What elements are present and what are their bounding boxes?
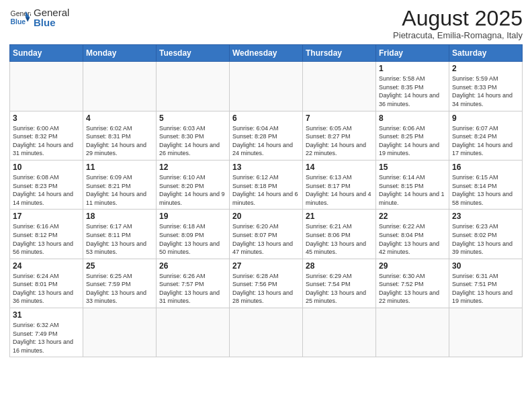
table-row: 16Sunrise: 6:15 AM Sunset: 8:14 PM Dayli… bbox=[449, 160, 523, 209]
logo-icon: General Blue bbox=[9, 7, 31, 28]
col-sunday: Sunday bbox=[10, 45, 83, 62]
table-row: 12Sunrise: 6:10 AM Sunset: 8:20 PM Dayli… bbox=[157, 160, 230, 209]
day-number: 10 bbox=[13, 163, 80, 172]
table-row bbox=[83, 308, 157, 357]
day-number: 5 bbox=[159, 113, 226, 123]
month-title: August 2025 bbox=[393, 7, 523, 30]
header: General Blue General Blue August 2025 Pi… bbox=[9, 7, 523, 40]
svg-marker-3 bbox=[26, 17, 30, 21]
day-number: 3 bbox=[13, 113, 80, 123]
day-info: Sunrise: 6:24 AM Sunset: 8:01 PM Dayligh… bbox=[13, 272, 80, 306]
col-thursday: Thursday bbox=[303, 45, 376, 62]
table-row: 6Sunrise: 6:04 AM Sunset: 8:28 PM Daylig… bbox=[230, 111, 303, 160]
day-info: Sunrise: 6:07 AM Sunset: 8:24 PM Dayligh… bbox=[452, 124, 519, 158]
table-row: 3Sunrise: 6:00 AM Sunset: 8:32 PM Daylig… bbox=[10, 111, 83, 160]
table-row bbox=[10, 62, 83, 111]
day-info: Sunrise: 5:59 AM Sunset: 8:33 PM Dayligh… bbox=[452, 75, 519, 108]
table-row: 31Sunrise: 6:32 AM Sunset: 7:49 PM Dayli… bbox=[10, 308, 83, 357]
day-info: Sunrise: 6:20 AM Sunset: 8:07 PM Dayligh… bbox=[232, 222, 300, 256]
day-number: 22 bbox=[379, 212, 446, 221]
day-info: Sunrise: 6:05 AM Sunset: 8:27 PM Dayligh… bbox=[306, 124, 373, 158]
table-row: 23Sunrise: 6:23 AM Sunset: 8:02 PM Dayli… bbox=[449, 210, 523, 259]
day-number: 8 bbox=[379, 113, 446, 123]
day-number: 19 bbox=[159, 212, 226, 221]
day-info: Sunrise: 6:08 AM Sunset: 8:23 PM Dayligh… bbox=[13, 173, 80, 207]
table-row bbox=[157, 62, 230, 111]
day-info: Sunrise: 6:31 AM Sunset: 7:51 PM Dayligh… bbox=[452, 272, 519, 306]
day-info: Sunrise: 6:10 AM Sunset: 8:20 PM Dayligh… bbox=[159, 173, 226, 207]
day-info: Sunrise: 6:18 AM Sunset: 8:09 PM Dayligh… bbox=[159, 222, 226, 256]
day-info: Sunrise: 6:16 AM Sunset: 8:12 PM Dayligh… bbox=[13, 222, 80, 256]
day-number: 13 bbox=[232, 163, 300, 172]
day-number: 23 bbox=[452, 212, 519, 221]
table-row: 18Sunrise: 6:17 AM Sunset: 8:11 PM Dayli… bbox=[83, 210, 157, 259]
day-number: 15 bbox=[379, 163, 446, 172]
day-number: 7 bbox=[306, 113, 373, 123]
logo-blue-text: Blue bbox=[34, 17, 69, 28]
day-info: Sunrise: 6:21 AM Sunset: 8:06 PM Dayligh… bbox=[306, 222, 373, 256]
table-row: 19Sunrise: 6:18 AM Sunset: 8:09 PM Dayli… bbox=[157, 210, 230, 259]
calendar-week-row: 24Sunrise: 6:24 AM Sunset: 8:01 PM Dayli… bbox=[10, 259, 523, 308]
day-number: 28 bbox=[306, 261, 373, 271]
calendar-table: Sunday Monday Tuesday Wednesday Thursday… bbox=[9, 44, 523, 357]
day-number: 25 bbox=[86, 261, 153, 271]
day-info: Sunrise: 6:15 AM Sunset: 8:14 PM Dayligh… bbox=[452, 173, 519, 207]
day-number: 26 bbox=[159, 261, 226, 271]
table-row bbox=[230, 62, 303, 111]
day-info: Sunrise: 6:14 AM Sunset: 8:15 PM Dayligh… bbox=[379, 173, 446, 207]
table-row: 24Sunrise: 6:24 AM Sunset: 8:01 PM Dayli… bbox=[10, 259, 83, 308]
day-number: 6 bbox=[232, 113, 300, 123]
day-number: 29 bbox=[379, 261, 446, 271]
day-number: 30 bbox=[452, 261, 519, 271]
table-row: 15Sunrise: 6:14 AM Sunset: 8:15 PM Dayli… bbox=[376, 160, 449, 209]
table-row: 25Sunrise: 6:25 AM Sunset: 7:59 PM Dayli… bbox=[83, 259, 157, 308]
day-number: 20 bbox=[232, 212, 300, 221]
col-tuesday: Tuesday bbox=[157, 45, 230, 62]
table-row: 11Sunrise: 6:09 AM Sunset: 8:21 PM Dayli… bbox=[83, 160, 157, 209]
col-saturday: Saturday bbox=[449, 45, 523, 62]
day-info: Sunrise: 6:02 AM Sunset: 8:31 PM Dayligh… bbox=[86, 124, 153, 158]
day-info: Sunrise: 6:00 AM Sunset: 8:32 PM Dayligh… bbox=[13, 124, 80, 158]
calendar-week-row: 10Sunrise: 6:08 AM Sunset: 8:23 PM Dayli… bbox=[10, 160, 523, 209]
day-number: 9 bbox=[452, 113, 519, 123]
table-row: 21Sunrise: 6:21 AM Sunset: 8:06 PM Dayli… bbox=[303, 210, 376, 259]
day-number: 12 bbox=[159, 163, 226, 172]
table-row: 7Sunrise: 6:05 AM Sunset: 8:27 PM Daylig… bbox=[303, 111, 376, 160]
calendar-page: General Blue General Blue August 2025 Pi… bbox=[0, 0, 532, 411]
table-row: 10Sunrise: 6:08 AM Sunset: 8:23 PM Dayli… bbox=[10, 160, 83, 209]
table-row: 26Sunrise: 6:26 AM Sunset: 7:57 PM Dayli… bbox=[157, 259, 230, 308]
day-info: Sunrise: 6:29 AM Sunset: 7:54 PM Dayligh… bbox=[306, 272, 373, 306]
day-number: 16 bbox=[452, 163, 519, 172]
day-info: Sunrise: 6:30 AM Sunset: 7:52 PM Dayligh… bbox=[379, 272, 446, 306]
col-monday: Monday bbox=[83, 45, 157, 62]
col-wednesday: Wednesday bbox=[230, 45, 303, 62]
table-row: 29Sunrise: 6:30 AM Sunset: 7:52 PM Dayli… bbox=[376, 259, 449, 308]
table-row: 13Sunrise: 6:12 AM Sunset: 8:18 PM Dayli… bbox=[230, 160, 303, 209]
calendar-week-row: 1Sunrise: 5:58 AM Sunset: 8:35 PM Daylig… bbox=[10, 62, 523, 111]
day-info: Sunrise: 6:04 AM Sunset: 8:28 PM Dayligh… bbox=[232, 124, 300, 158]
day-info: Sunrise: 6:12 AM Sunset: 8:18 PM Dayligh… bbox=[232, 173, 300, 207]
table-row bbox=[376, 308, 449, 357]
location-subtitle: Pietracuta, Emilia-Romagna, Italy bbox=[393, 30, 523, 40]
day-number: 11 bbox=[86, 163, 153, 172]
table-row bbox=[303, 308, 376, 357]
table-row: 14Sunrise: 6:13 AM Sunset: 8:17 PM Dayli… bbox=[303, 160, 376, 209]
table-row: 30Sunrise: 6:31 AM Sunset: 7:51 PM Dayli… bbox=[449, 259, 523, 308]
day-number: 18 bbox=[86, 212, 153, 221]
day-number: 2 bbox=[452, 64, 519, 73]
day-info: Sunrise: 6:06 AM Sunset: 8:25 PM Dayligh… bbox=[379, 124, 446, 158]
calendar-week-row: 17Sunrise: 6:16 AM Sunset: 8:12 PM Dayli… bbox=[10, 210, 523, 259]
day-info: Sunrise: 6:17 AM Sunset: 8:11 PM Dayligh… bbox=[86, 222, 153, 256]
day-info: Sunrise: 6:03 AM Sunset: 8:30 PM Dayligh… bbox=[159, 124, 226, 158]
table-row: 2Sunrise: 5:59 AM Sunset: 8:33 PM Daylig… bbox=[449, 62, 523, 111]
col-friday: Friday bbox=[376, 45, 449, 62]
table-row: 1Sunrise: 5:58 AM Sunset: 8:35 PM Daylig… bbox=[376, 62, 449, 111]
day-info: Sunrise: 6:32 AM Sunset: 7:49 PM Dayligh… bbox=[13, 321, 80, 355]
day-number: 31 bbox=[13, 310, 80, 320]
table-row: 5Sunrise: 6:03 AM Sunset: 8:30 PM Daylig… bbox=[157, 111, 230, 160]
table-row bbox=[303, 62, 376, 111]
day-number: 4 bbox=[86, 113, 153, 123]
day-number: 24 bbox=[13, 261, 80, 271]
day-info: Sunrise: 6:25 AM Sunset: 7:59 PM Dayligh… bbox=[86, 272, 153, 306]
day-info: Sunrise: 6:22 AM Sunset: 8:04 PM Dayligh… bbox=[379, 222, 446, 256]
